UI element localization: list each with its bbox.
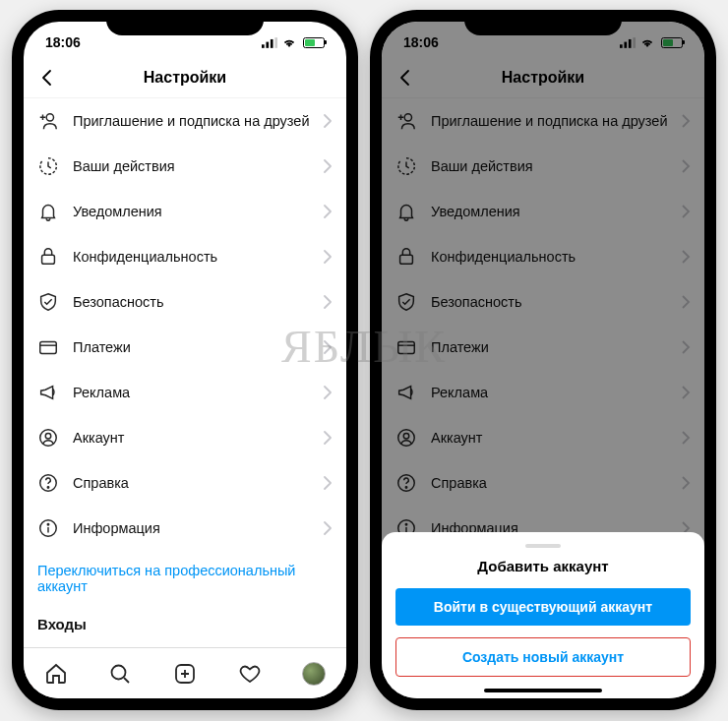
svg-rect-2 bbox=[271, 38, 273, 47]
chevron-right-icon bbox=[323, 159, 333, 173]
cellular-icon bbox=[262, 37, 277, 48]
row-notifications[interactable]: Уведомления bbox=[24, 189, 346, 234]
row-label: Аккаунт bbox=[73, 430, 323, 446]
shield-icon bbox=[37, 291, 63, 313]
status-time: 18:06 bbox=[45, 34, 81, 50]
row-label: Справка bbox=[73, 475, 323, 491]
chevron-right-icon bbox=[323, 295, 333, 309]
phone-right: 18:06 Настройки Приглашение и подписка н… bbox=[370, 10, 716, 710]
wifi-icon bbox=[281, 37, 297, 48]
svg-rect-0 bbox=[262, 44, 265, 48]
screen-left: 18:06 Настройки Приглашение и подписка н… bbox=[24, 22, 346, 698]
row-label: Безопасность bbox=[73, 294, 323, 310]
row-label: Ваши действия bbox=[73, 158, 323, 174]
row-help[interactable]: Справка bbox=[24, 460, 346, 506]
tab-home[interactable] bbox=[44, 662, 68, 686]
info-icon bbox=[37, 517, 63, 539]
logins-section-title: Входы bbox=[24, 606, 346, 638]
svg-point-13 bbox=[112, 665, 126, 679]
sheet-grabber[interactable] bbox=[525, 544, 561, 548]
login-existing-button[interactable]: Войти в существующий аккаунт bbox=[395, 588, 691, 626]
tab-search[interactable] bbox=[108, 662, 132, 686]
svg-rect-5 bbox=[42, 255, 55, 264]
card-icon bbox=[37, 336, 63, 358]
chevron-right-icon bbox=[323, 250, 333, 264]
row-account[interactable]: Аккаунт bbox=[24, 415, 346, 460]
row-ads[interactable]: Реклама bbox=[24, 370, 346, 415]
back-button[interactable] bbox=[37, 68, 57, 88]
page-title: Настройки bbox=[144, 69, 226, 87]
row-your-activity[interactable]: Ваши действия bbox=[24, 144, 346, 189]
heart-icon bbox=[238, 662, 262, 686]
tab-bar bbox=[24, 647, 346, 698]
svg-rect-6 bbox=[40, 342, 57, 354]
switch-to-professional-link[interactable]: Переключиться на профессиональный аккаун… bbox=[24, 551, 346, 606]
bell-icon bbox=[37, 201, 63, 222]
svg-point-10 bbox=[47, 487, 48, 488]
invite-icon bbox=[37, 110, 63, 132]
phone-left: 18:06 Настройки Приглашение и подписка н… bbox=[12, 10, 358, 710]
svg-point-12 bbox=[47, 524, 48, 525]
chevron-right-icon bbox=[323, 521, 333, 535]
sheet-title: Добавить аккаунт bbox=[395, 558, 691, 588]
row-privacy[interactable]: Конфиденциальность bbox=[24, 234, 346, 279]
row-label: Конфиденциальность bbox=[73, 249, 323, 265]
chevron-right-icon bbox=[323, 386, 333, 399]
header: Настройки bbox=[24, 57, 346, 98]
screen-right: 18:06 Настройки Приглашение и подписка н… bbox=[382, 22, 704, 698]
chevron-right-icon bbox=[323, 431, 333, 445]
tab-new-post[interactable] bbox=[173, 662, 197, 686]
svg-point-4 bbox=[46, 114, 53, 121]
svg-rect-1 bbox=[266, 41, 269, 47]
row-payments[interactable]: Платежи bbox=[24, 325, 346, 370]
chevron-right-icon bbox=[323, 114, 333, 128]
chevron-right-icon bbox=[323, 205, 333, 218]
row-invite-friends[interactable]: Приглашение и подписка на друзей bbox=[24, 98, 346, 144]
help-icon bbox=[37, 472, 63, 494]
row-about[interactable]: Информация bbox=[24, 506, 346, 551]
row-label: Уведомления bbox=[73, 204, 323, 219]
row-label: Информация bbox=[73, 520, 323, 536]
row-label: Реклама bbox=[73, 385, 323, 400]
row-label: Платежи bbox=[73, 339, 323, 355]
activity-icon bbox=[37, 155, 63, 177]
chevron-right-icon bbox=[323, 340, 333, 354]
plus-square-icon bbox=[173, 662, 197, 686]
back-chevron-icon bbox=[37, 68, 57, 88]
lock-icon bbox=[37, 246, 63, 268]
notch bbox=[464, 10, 622, 35]
home-icon bbox=[44, 662, 68, 686]
account-icon bbox=[37, 427, 63, 449]
row-security[interactable]: Безопасность bbox=[24, 279, 346, 325]
svg-rect-3 bbox=[274, 37, 277, 48]
avatar-icon bbox=[302, 662, 326, 686]
settings-list: Приглашение и подписка на друзей Ваши де… bbox=[24, 98, 346, 698]
row-label: Приглашение и подписка на друзей bbox=[73, 113, 323, 129]
notch bbox=[106, 10, 264, 35]
megaphone-icon bbox=[37, 382, 63, 403]
svg-point-8 bbox=[45, 433, 51, 439]
tab-activity[interactable] bbox=[238, 662, 262, 686]
battery-icon bbox=[303, 37, 325, 48]
status-indicators bbox=[262, 37, 325, 48]
create-new-account-button[interactable]: Создать новый аккаунт bbox=[395, 637, 691, 677]
search-icon bbox=[108, 662, 132, 686]
chevron-right-icon bbox=[323, 476, 333, 490]
home-indicator[interactable] bbox=[484, 689, 602, 692]
tab-profile[interactable] bbox=[302, 662, 326, 686]
add-account-sheet: Добавить аккаунт Войти в существующий ак… bbox=[382, 532, 704, 698]
